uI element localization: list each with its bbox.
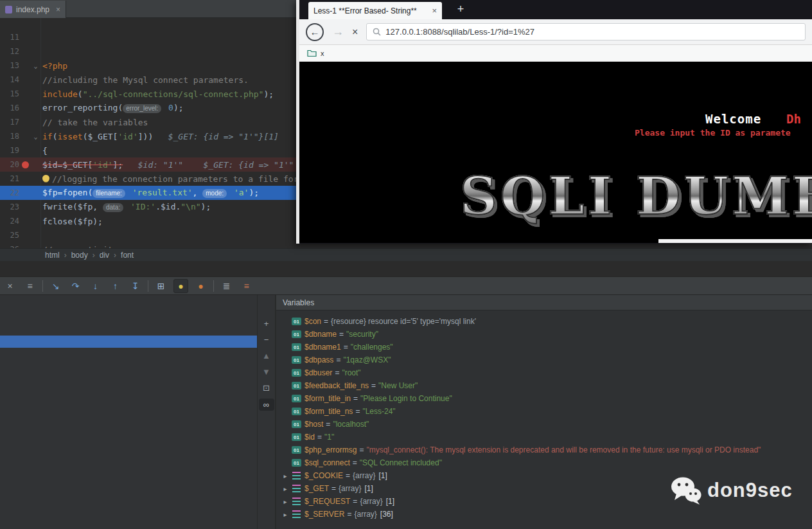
line-number[interactable]: 23 [0,202,19,211]
browser-tab-title: Less-1 **Error Based- String** [313,6,428,15]
tab-close-icon[interactable]: × [56,5,60,14]
fold-icon[interactable]: ⌄ [31,62,40,69]
breadcrumb-separator-icon: › [93,251,95,260]
close-icon[interactable]: × [3,279,17,293]
search-icon [373,28,381,36]
view-breakpoints-icon[interactable]: ● [193,279,208,293]
show-execution-point-icon[interactable]: ↘ [48,279,63,293]
breadcrumb-item-body[interactable]: body [71,251,88,260]
debug-side-toolbar: +−▲▼⊡∞ [257,295,276,529]
back-button[interactable]: ← [306,23,324,41]
breakpoint-icon[interactable] [22,161,29,168]
variable-row[interactable]: 01$dbuser="root" [276,366,812,379]
move-down-icon[interactable]: ▼ [260,366,273,377]
variable-row[interactable]: 01$con={resource} resource id='5' type='… [276,315,812,328]
run-to-cursor-icon[interactable]: ↧ [128,279,143,293]
variable-value: {array} [353,471,375,480]
evaluate-expression-icon[interactable]: ⊞ [154,279,168,293]
variable-row[interactable]: 01$form_title_ns="Less-24" [276,405,812,418]
breadcrumb-item-font[interactable]: font [121,251,134,260]
tab-index-php[interactable]: index.php × [0,1,66,18]
forward-button[interactable]: → [332,25,344,39]
step-out-icon[interactable]: ↑ [108,279,123,293]
variable-row[interactable]: ▸$_SERVER={array}[36] [276,508,812,521]
line-number[interactable]: 25 [0,231,19,240]
variable-row[interactable]: 01$form_title_in="Please Login to Contin… [276,392,812,405]
bookmark-label[interactable]: x [321,49,324,57]
variable-name: $_COOKIE [304,471,343,480]
menu-icon[interactable]: ≡ [22,279,37,293]
equals-sign: = [353,394,358,403]
line-number[interactable]: 21 [0,174,19,183]
url-text: 127.0.0.1:8088/sqlilab/Less-1/?id=1%27 [385,27,534,37]
variable-row[interactable]: 01$php_errormsg="mysql_connect(): The my… [276,444,812,456]
variable-row[interactable]: 01$sql_connect="SQL Connect included" [276,456,812,469]
breakpoint-gutter[interactable] [19,161,31,168]
mute-breakpoints-icon[interactable]: ● [173,279,188,293]
line-number[interactable]: 22 [0,188,19,197]
line-number[interactable]: 13 [0,61,19,70]
code-segment: data: [103,203,123,212]
variable-name: $dbuser [304,368,332,377]
variable-value: "localhost" [333,420,369,429]
line-number[interactable]: 16 [0,103,19,112]
line-number[interactable]: 11 [0,33,19,42]
line-number[interactable]: 17 [0,118,19,127]
panel-gap [0,261,812,276]
breadcrumb-item-div[interactable]: div [100,251,109,260]
variable-row[interactable]: 01$dbname1="challenges" [276,341,812,354]
step-into-icon[interactable]: ↓ [88,279,103,293]
variable-name: $con [304,317,321,326]
breadcrumb-item-html[interactable]: html [45,251,60,260]
line-number[interactable]: 12 [0,47,19,56]
equals-sign: = [346,471,350,480]
equals-sign: = [359,445,364,454]
variable-name: $form_title_in [304,394,351,403]
variable-row[interactable]: 01$id="1" [276,431,812,444]
equals-sign: = [344,343,348,352]
code-segment: $_GET: {id => "1'"}[1] [153,132,279,141]
move-up-icon[interactable]: ▲ [260,350,273,361]
code-segment: =fopen( [57,188,93,197]
variable-name: $feedback_title_ns [304,381,369,390]
expand-chevron-icon[interactable]: ▸ [280,511,290,518]
add-watch-icon[interactable]: + [260,318,273,328]
browser-page: Welcome Dh Please input the ID as parame… [299,62,812,243]
line-number[interactable]: 14 [0,75,19,84]
value-icon: 01 [292,369,301,377]
code-segment: , [193,188,203,197]
line-number[interactable]: 15 [0,89,19,98]
remove-watch-icon[interactable]: − [260,334,273,345]
frames-pane [0,295,257,529]
frames-selected-row[interactable] [0,336,257,348]
code-segment: $id [161,202,175,211]
bookmarks-folder-icon[interactable] [307,49,317,57]
variable-row[interactable]: 01$feedback_title_ns="New User" [276,379,812,392]
line-number[interactable]: 18 [0,132,19,141]
array-value-icon [292,472,301,480]
expand-chevron-icon[interactable]: ▸ [280,498,290,505]
equals-sign: = [317,433,322,442]
stop-button[interactable]: × [352,26,358,38]
browser-tab[interactable]: Less-1 **Error Based- String** × [308,2,442,19]
url-bar[interactable]: 127.0.0.1:8088/sqlilab/Less-1/?id=1%27 [366,23,806,40]
variable-value: {array} [360,497,382,506]
variable-row[interactable]: 01$dbname="security" [276,328,812,341]
variable-row[interactable]: 01$dbpass="1qaz@WSX" [276,354,812,366]
intention-bulb-icon[interactable] [42,175,49,182]
show-watches-icon[interactable]: ∞ [259,399,274,411]
line-number[interactable]: 24 [0,217,19,226]
step-over-icon[interactable]: ↷ [68,279,83,293]
layout-icon[interactable]: ≡ [239,279,254,293]
expand-chevron-icon[interactable]: ▸ [280,472,290,480]
duplicate-icon[interactable]: ⊡ [260,382,273,393]
threads-icon[interactable]: ≣ [219,279,234,293]
tab-close-icon[interactable]: × [432,6,437,15]
line-number[interactable]: 19 [0,146,19,155]
new-tab-button[interactable]: + [452,3,469,16]
page-bottom-strip [658,239,812,243]
fold-icon[interactable]: ⌄ [31,133,40,140]
line-number[interactable]: 20 [0,160,19,169]
variable-row[interactable]: 01$host="localhost" [276,418,812,431]
expand-chevron-icon[interactable]: ▸ [280,485,290,492]
